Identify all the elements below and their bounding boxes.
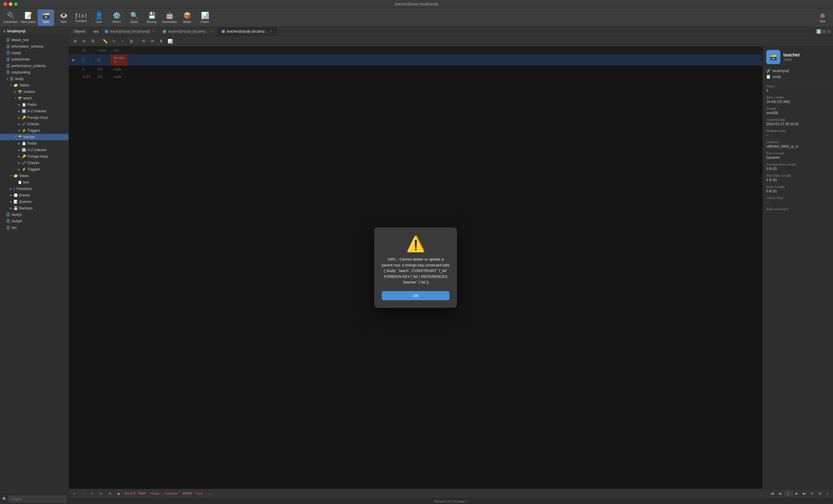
filter-button[interactable]: ⊃ <box>110 37 118 45</box>
tab-student[interactable]: student@study (localmy… ✕ <box>159 27 218 35</box>
table-wrapper: tid name sex ▶ 1 t1 female ✕ <box>69 46 833 489</box>
tab-color-indicator <box>105 30 108 33</box>
tab-teacher[interactable]: teacher@study (localmy… ✕ <box>218 27 277 35</box>
sidebar-item-teacher-indexes[interactable]: ▶ 🔤 A-Z Indexes <box>0 147 69 153</box>
next-page-button[interactable]: ▶ <box>793 490 800 497</box>
table-view-icon[interactable]: ⊟ <box>827 29 831 34</box>
chart-button[interactable]: 📊 <box>166 37 174 45</box>
minimize-button[interactable] <box>9 2 13 6</box>
sidebar-item-performance-schema[interactable]: 🗄️ performance_schema <box>0 63 69 69</box>
add-record-button[interactable]: + <box>71 490 78 497</box>
sidebar-item-tables-folder[interactable]: ▼ 📁 Tables <box>0 82 69 89</box>
toolbar-connection[interactable]: 🔌 Connection <box>2 9 19 26</box>
first-page-button[interactable]: |◀ <box>769 490 775 497</box>
tab-close-icon[interactable]: ✕ <box>211 29 213 33</box>
sidebar-item-study[interactable]: ▼ 🗄️ study <box>0 76 69 82</box>
sidebar-item-ebean-test[interactable]: 🗄️ ebean_test <box>0 37 69 43</box>
toolbar-automation[interactable]: 🤖 Automation <box>161 9 178 26</box>
toolbar-view-right[interactable]: ⊞ View <box>814 9 831 26</box>
refresh-button[interactable]: ↺ <box>106 490 113 497</box>
sidebar-item-mysql[interactable]: 🗄️ mysql <box>0 50 69 56</box>
sidebar-item-teach-checks[interactable]: ▶ ✔️ Checks <box>0 121 69 127</box>
arrow-right-icon: ▶ <box>10 200 14 203</box>
panel-max-data-length-section: Max Data Length 0 B (0) <box>766 174 830 182</box>
toolbar-user[interactable]: 👤 User <box>91 9 107 26</box>
prev-page-button[interactable]: ◀ <box>777 490 783 497</box>
sidebar-item-teacher-fields[interactable]: ▶ 📋 Fields <box>0 140 69 147</box>
collapse-sidebar-button[interactable]: ◀◀ <box>91 27 101 35</box>
sidebar-item-teach-triggers[interactable]: ▶ ⚡ Triggers <box>0 127 69 134</box>
delete-row-button[interactable]: ⊖ <box>80 37 88 45</box>
sidebar-item-study4[interactable]: 🗄️ study4 <box>0 218 69 224</box>
settings-button[interactable]: ⚙ <box>809 490 815 497</box>
toolbar-table[interactable]: 🗃️ Table <box>38 9 54 26</box>
maximize-button[interactable] <box>14 2 18 6</box>
copy-row-button[interactable]: ⧉ <box>89 37 97 45</box>
toolbar-view[interactable]: 👁️ View <box>55 9 72 26</box>
view-icon: 📋 <box>18 180 22 184</box>
sidebar-item-teacher[interactable]: ▼ 🗃️ teacher <box>0 134 69 140</box>
sidebar-item-teacher-checks[interactable]: ▶ ✔️ Checks <box>0 160 69 166</box>
arrow-right-icon: ▶ <box>18 162 22 164</box>
check-icon: ✔️ <box>22 122 26 126</box>
arrow-right-icon: ▶ <box>18 168 22 171</box>
sidebar-item-information-schema[interactable]: 🗄️ information_schema <box>0 43 69 50</box>
view-right-icon: ⊞ <box>820 13 825 19</box>
objects-button[interactable]: Objects <box>69 27 91 35</box>
grid-toggle-button[interactable]: ⊞ <box>816 490 823 497</box>
toolbar-view-label: View <box>60 20 67 24</box>
export-button[interactable]: ⬆ <box>157 37 165 45</box>
tab-close-icon[interactable]: ✕ <box>152 29 154 33</box>
sidebar-item-teacher-triggers[interactable]: ▶ ⚡ Triggers <box>0 166 69 173</box>
info-icon[interactable]: ℹ️ <box>816 29 821 34</box>
toolbar-model[interactable]: 📦 Model <box>179 9 195 26</box>
panel-avg-row-length-section: Average Row Length 0 B (0) <box>766 163 830 171</box>
sort-button[interactable]: ↕ <box>119 37 127 45</box>
toolbar-backup[interactable]: 💾 Backup <box>144 9 160 26</box>
sidebar-item-sys[interactable]: 🗄️ sys <box>0 224 69 231</box>
add-row-button[interactable]: ⊕ <box>71 37 79 45</box>
sidebar-item-queries-folder[interactable]: ▶ 📝 Queries <box>0 198 69 205</box>
toolbar-charts[interactable]: 📊 Charts <box>196 9 213 26</box>
sidebar-item-study2[interactable]: 🗄️ study2 <box>0 211 69 218</box>
sidebar-item-student[interactable]: ▶ 🗃️ student <box>0 89 69 95</box>
confirm-button[interactable]: ✓ <box>89 490 95 497</box>
sidebar-item-backups-folder[interactable]: ▶ 💾 Backups <box>0 205 69 211</box>
sidebar-item-teach[interactable]: ▼ 🗃️ teach <box>0 95 69 101</box>
toolbar-others[interactable]: ⚙️ Others <box>108 9 125 26</box>
search-input[interactable] <box>8 496 66 502</box>
grid-view-button[interactable]: ⊞ <box>127 37 136 45</box>
toolbar-charts-label: Charts <box>200 20 209 24</box>
tab-close-icon[interactable]: ✕ <box>270 29 272 33</box>
sidebar-item-functions-folder[interactable]: ▶ ƒ Functions <box>0 186 69 192</box>
close-button[interactable] <box>3 2 7 6</box>
last-page-button[interactable]: ▶| <box>801 490 808 497</box>
refresh-right-button[interactable]: ⟳ <box>148 37 157 45</box>
sidebar-item-onlineorder[interactable]: 🗄️ onlineOrder <box>0 56 69 63</box>
page-input[interactable] <box>784 491 792 496</box>
modal-ok-button[interactable]: OK <box>382 291 449 300</box>
sidebar-item-views-folder[interactable]: ▼ 📁 Views <box>0 173 69 179</box>
index-length-value: 0 B (0) <box>766 189 830 193</box>
refresh-left-button[interactable]: ⟲ <box>139 37 148 45</box>
cancel-edit-button[interactable]: ✕ <box>98 490 104 497</box>
view-icon: 👁️ <box>60 12 68 19</box>
toolbar-query[interactable]: 🔍 Query <box>126 9 142 26</box>
sidebar-item-teach-fkeys[interactable]: ▶ 🔑 Foreign Keys <box>0 114 69 121</box>
grid-icon[interactable]: ⊞ <box>823 29 826 34</box>
edit-button[interactable]: ✏️ <box>101 37 109 45</box>
list-toggle-button[interactable]: ≡ <box>824 490 831 497</box>
divider <box>766 82 830 82</box>
stop-button[interactable]: ■ <box>115 490 122 497</box>
avg-row-length-value: 0 B (0) <box>766 167 830 171</box>
sidebar-item-events-folder[interactable]: ▶ 🕐 Events <box>0 192 69 198</box>
sidebar-item-staybooking[interactable]: 🗄️ staybooking <box>0 69 69 76</box>
tab-teach[interactable]: teach@study (localmysql) ✕ <box>101 27 159 35</box>
sidebar-item-test-view[interactable]: ▶ 📋 test <box>0 179 69 186</box>
sidebar-item-teach-indexes[interactable]: ▶ 🔤 A-Z Indexes <box>0 108 69 114</box>
toolbar-function[interactable]: ƒ(x) Function <box>73 9 89 26</box>
sidebar-item-teach-fields[interactable]: ▶ 📋 Fields <box>0 101 69 108</box>
toolbar-new-query[interactable]: 📝 New Query <box>20 9 37 26</box>
delete-record-button[interactable]: − <box>80 490 87 497</box>
sidebar-item-teacher-fkeys[interactable]: ▶ 🔑 Foreign Keys <box>0 153 69 160</box>
